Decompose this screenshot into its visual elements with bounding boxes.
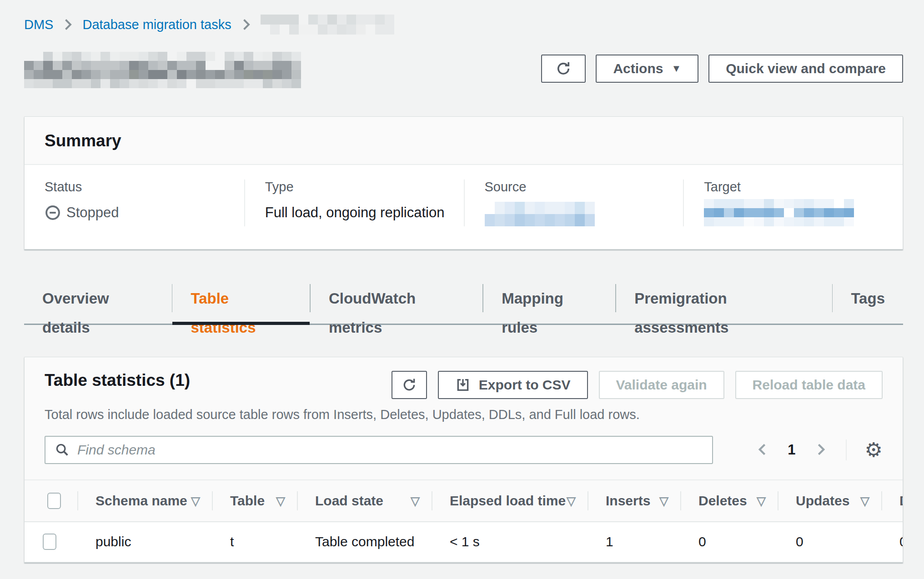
actions-button-label: Actions [613, 61, 663, 76]
column-header-deletes[interactable]: Deletes▽ [680, 480, 778, 522]
export-to-csv-button[interactable]: Export to CSV [438, 371, 588, 399]
sort-icon[interactable]: ▽ [567, 494, 576, 508]
table-row: publictTable completed< 1 s1000 [25, 522, 903, 562]
breadcrumb: DMS Database migration tasks [24, 14, 903, 35]
refresh-button[interactable] [541, 55, 586, 83]
refresh-icon [555, 60, 572, 77]
task-detail-tabs: Overview detailsTable statisticsCloudWat… [24, 284, 903, 325]
tab-mapping-rules[interactable]: Mapping rules [483, 284, 615, 324]
cell-schema-name: public [77, 522, 212, 562]
column-header-schema-name[interactable]: Schema name▽ [77, 480, 212, 522]
cell-load-state: Table completed [297, 522, 432, 562]
header-actions: Actions ▼ Quick view and compare [541, 55, 903, 83]
stopped-status-icon [45, 205, 61, 221]
column-header-d: D [881, 480, 903, 522]
chevron-right-icon [814, 442, 828, 459]
summary-field-status: Status Stopped [25, 180, 244, 226]
table-settings-button[interactable]: ⚙ [865, 440, 883, 460]
reload-button-label: Reload table data [753, 377, 865, 393]
table-tools-row: 1 ⚙ [45, 436, 883, 464]
sort-icon[interactable]: ▽ [757, 494, 766, 508]
column-label: Inserts [606, 493, 650, 509]
quick-view-button-label: Quick view and compare [726, 61, 886, 76]
page-title-redacted [24, 52, 301, 88]
select-all-header-cell [25, 480, 77, 522]
validate-again-button[interactable]: Validate again [599, 371, 724, 399]
sort-icon[interactable]: ▽ [276, 494, 285, 508]
table-statistics-card: Table statistics (1) Export to CSV [24, 357, 903, 563]
column-label: Elapsed load time [450, 493, 566, 509]
table-refresh-button[interactable] [392, 371, 427, 399]
breadcrumb-link-dms[interactable]: DMS [24, 17, 53, 32]
tab-table-statistics[interactable]: Table statistics [172, 284, 310, 324]
tab-overview-details[interactable]: Overview details [24, 284, 172, 324]
type-label: Type [265, 180, 464, 195]
next-page-button[interactable] [814, 442, 828, 459]
export-csv-icon [455, 377, 471, 393]
summary-field-type: Type Full load, ongoing replication [244, 180, 464, 226]
summary-card: Summary Status Stopped Type Full load, o… [24, 116, 903, 250]
column-header-updates[interactable]: Updates▽ [778, 480, 881, 522]
row-select-cell [25, 522, 77, 562]
caret-down-icon: ▼ [671, 64, 681, 74]
sort-icon[interactable]: ▽ [411, 494, 420, 508]
validate-button-label: Validate again [616, 377, 707, 393]
reload-table-data-button[interactable]: Reload table data [735, 371, 883, 399]
export-button-label: Export to CSV [479, 377, 571, 393]
refresh-icon [402, 377, 417, 393]
status-text: Stopped [66, 205, 119, 221]
tab-tags[interactable]: Tags [833, 284, 903, 324]
status-label: Status [45, 180, 244, 195]
actions-button[interactable]: Actions ▼ [596, 55, 698, 83]
tab-cloudwatch-metrics[interactable]: CloudWatch metrics [311, 284, 482, 324]
summary-card-header: Summary [25, 117, 903, 165]
row-checkbox[interactable] [43, 534, 56, 550]
type-value: Full load, ongoing replication [265, 205, 464, 221]
summary-field-target: Target [683, 180, 903, 226]
sort-icon[interactable]: ▽ [191, 494, 200, 508]
gear-icon: ⚙ [865, 439, 883, 461]
dms-task-page: DMS Database migration tasks Actions ▼ Q… [0, 0, 924, 579]
chevron-left-icon [756, 442, 769, 459]
table-statistics-description: Total rows include loaded source table r… [45, 407, 883, 422]
source-label: Source [485, 180, 683, 195]
tab-premigration-assessments[interactable]: Premigration assessments [616, 284, 832, 324]
pagination-divider [846, 439, 847, 460]
pagination: 1 ⚙ [756, 439, 883, 460]
select-all-checkbox[interactable] [47, 493, 61, 509]
find-schema-input[interactable] [77, 442, 703, 458]
table-statistics-header: Table statistics (1) Export to CSV [25, 371, 903, 464]
breadcrumb-redacted-task-name [261, 15, 394, 35]
column-header-table[interactable]: Table▽ [212, 480, 297, 522]
breadcrumb-link-tasks[interactable]: Database migration tasks [82, 17, 231, 32]
column-label: Table [230, 493, 265, 509]
summary-field-source: Source [464, 180, 683, 226]
summary-body: Status Stopped Type Full load, ongoing r… [25, 165, 903, 249]
sort-icon[interactable]: ▽ [860, 494, 869, 508]
target-redacted-link[interactable] [704, 199, 854, 226]
cell-updates: 0 [778, 522, 881, 562]
cell-deletes: 0 [680, 522, 778, 562]
column-label: D [899, 493, 903, 509]
column-header-inserts[interactable]: Inserts▽ [588, 480, 680, 522]
column-label: Updates [796, 493, 849, 509]
schema-search-box [45, 436, 713, 464]
sort-icon[interactable]: ▽ [659, 494, 668, 508]
table-statistics-actions: Export to CSV Validate again Reload tabl… [392, 371, 883, 399]
quick-view-compare-button[interactable]: Quick view and compare [708, 55, 903, 83]
table-statistics-table: Schema name▽Table▽Load state▽Elapsed loa… [25, 479, 903, 562]
chevron-right-icon [241, 18, 251, 31]
status-value: Stopped [45, 205, 244, 221]
cell-elapsed-load-time: < 1 s [432, 522, 588, 562]
target-label: Target [704, 180, 903, 195]
column-label: Load state [315, 493, 383, 509]
table-statistics-title: Table statistics (1) [45, 371, 190, 390]
summary-title: Summary [45, 131, 883, 150]
column-header-elapsed-load-time[interactable]: Elapsed load time▽ [432, 480, 588, 522]
previous-page-button[interactable] [756, 442, 769, 459]
column-label: Deletes [698, 493, 747, 509]
chevron-right-icon [62, 18, 73, 31]
column-header-load-state[interactable]: Load state▽ [297, 480, 432, 522]
search-icon [55, 442, 70, 458]
source-redacted-link[interactable] [485, 202, 595, 226]
